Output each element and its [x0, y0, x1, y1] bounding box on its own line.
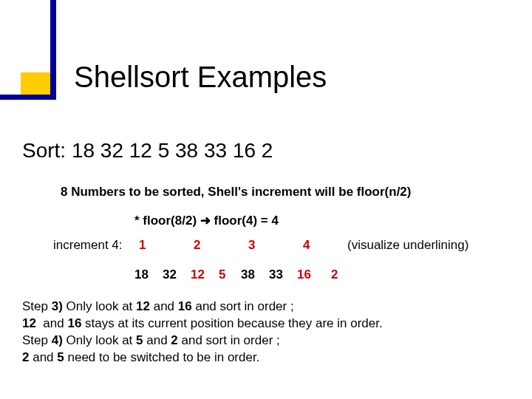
accent-bar-horizontal	[0, 95, 56, 100]
num-18: 18	[134, 267, 149, 282]
increment-col-4: 4	[303, 238, 310, 253]
increment-col-2: 2	[194, 238, 200, 253]
step3-line1: Step 3) Only look at 12 and 16 and sort …	[22, 299, 294, 313]
num-32: 32	[163, 267, 177, 282]
num-5: 5	[219, 267, 225, 282]
step-text: Step 3) Only look at 12 and 16 and sort …	[22, 299, 383, 366]
floor-calc: * floor(8/2) ➜ floor(4) = 4	[134, 213, 279, 228]
accent-bar-vertical	[50, 0, 56, 100]
num-16: 16	[297, 267, 311, 282]
num-2: 2	[331, 267, 338, 282]
sort-sequence: Sort: 18 32 12 5 38 33 16 2	[22, 139, 273, 163]
increment-label: increment 4:	[53, 238, 123, 253]
visualize-note: (visualize underlining)	[347, 238, 468, 253]
page-title: Shellsort Examples	[74, 61, 327, 94]
step3-line2: 12 and 16 stays at its current position …	[22, 316, 383, 330]
num-12: 12	[191, 267, 205, 282]
increment-col-1: 1	[139, 238, 146, 253]
num-38: 38	[241, 267, 255, 282]
step4-line2: 2 and 5 need to be switched to be in ord…	[22, 350, 259, 364]
num-33: 33	[269, 267, 283, 282]
step4-line1: Step 4) Only look at 5 and 2 and sort in…	[22, 333, 280, 347]
increment-col-3: 3	[248, 238, 255, 253]
increment-note: 8 Numbers to be sorted, Shell's incremen…	[61, 185, 411, 200]
